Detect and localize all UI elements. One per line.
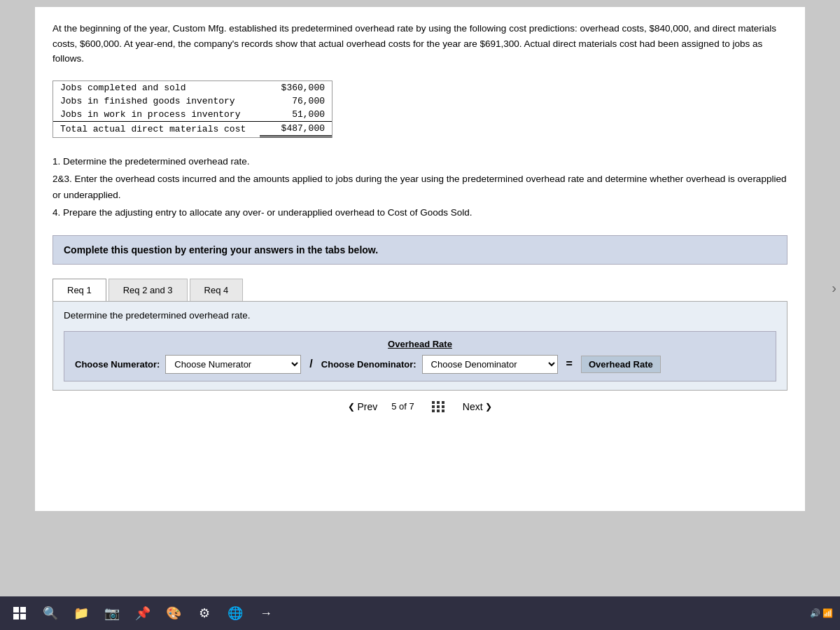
colorful-icon[interactable]: 🎨 [161, 601, 186, 626]
prev-button[interactable]: Prev [348, 401, 377, 412]
numerator-label: Choose Numerator: [75, 359, 160, 370]
main-content: At the beginning of the year, Custom Mfg… [35, 7, 805, 511]
system-tray: 🔊 📶 [810, 608, 833, 618]
scroll-arrow[interactable]: › [832, 280, 836, 296]
explorer-icon[interactable]: 📁 [69, 601, 94, 626]
tabs-row: Req 1 Req 2 and 3 Req 4 [52, 279, 788, 301]
row-label: Jobs in work in process inventory [53, 108, 260, 122]
instruction-23: 2&3. Enter the overhead costs incurred a… [52, 172, 788, 204]
row-value: $360,000 [260, 81, 332, 94]
camera-icon[interactable]: 📷 [99, 601, 125, 626]
total-row: Total actual direct materials cost $487,… [53, 121, 332, 136]
denominator-label: Choose Denominator: [321, 359, 416, 370]
folder-icon[interactable]: 📌 [130, 601, 155, 626]
tab-req1[interactable]: Req 1 [52, 279, 106, 301]
grid-icon[interactable] [432, 401, 445, 412]
taskbar: 🔍 📁 📷 📌 🎨 ⚙ 🌐 → 🔊 📶 [0, 596, 840, 630]
next-button[interactable]: Next [463, 401, 492, 412]
row-label: Jobs in finished goods inventory [53, 94, 260, 108]
numerator-select[interactable]: Choose Numerator Estimated Overhead Cost… [165, 355, 301, 374]
row-value: 51,000 [260, 108, 332, 122]
data-table: Jobs completed and sold $360,000 Jobs in… [52, 80, 332, 138]
intro-paragraph: At the beginning of the year, Custom Mfg… [52, 21, 788, 66]
divider-symbol: / [307, 358, 315, 370]
overhead-table-container: Overhead Rate Choose Numerator: Choose N… [64, 331, 776, 382]
page-info: 5 of 7 [391, 401, 414, 412]
denominator-select[interactable]: Choose Denominator Estimated Direct Mate… [422, 355, 558, 374]
table-row: Jobs completed and sold $360,000 [53, 81, 332, 94]
table-row: Jobs in work in process inventory 51,000 [53, 108, 332, 122]
pagination-row: Prev 5 of 7 Next [52, 391, 788, 423]
tab-req4[interactable]: Req 4 [190, 279, 244, 301]
overhead-rate-title: Overhead Rate [75, 339, 765, 349]
total-label: Total actual direct materials cost [53, 121, 260, 136]
settings-icon[interactable]: ⚙ [192, 601, 217, 626]
arrow-icon[interactable]: → [253, 601, 279, 626]
tab-req23[interactable]: Req 2 and 3 [108, 279, 188, 301]
equals-symbol: = [564, 358, 575, 370]
browser-icon[interactable]: 🌐 [223, 601, 248, 626]
instruction-1: 1. Determine the predetermined overhead … [52, 154, 788, 170]
tab-content-area: Determine the predetermined overhead rat… [52, 301, 788, 391]
complete-box: Complete this question by entering your … [52, 235, 788, 265]
taskbar-right: 🔊 📶 [810, 608, 833, 618]
overhead-result: Overhead Rate [581, 356, 661, 373]
search-taskbar-icon[interactable]: 🔍 [38, 601, 63, 626]
determine-label: Determine the predetermined overhead rat… [64, 310, 776, 321]
instruction-4: 4. Prepare the adjusting entry to alloca… [52, 205, 788, 221]
instructions: 1. Determine the predetermined overhead … [52, 154, 788, 221]
start-button[interactable] [7, 601, 32, 626]
row-label: Jobs completed and sold [53, 81, 260, 94]
total-value: $487,000 [260, 121, 332, 136]
table-row: Jobs in finished goods inventory 76,000 [53, 94, 332, 108]
row-value: 76,000 [260, 94, 332, 108]
overhead-row: Choose Numerator: Choose Numerator Estim… [75, 355, 765, 374]
tabs-container: Req 1 Req 2 and 3 Req 4 Determine the pr… [52, 279, 788, 391]
